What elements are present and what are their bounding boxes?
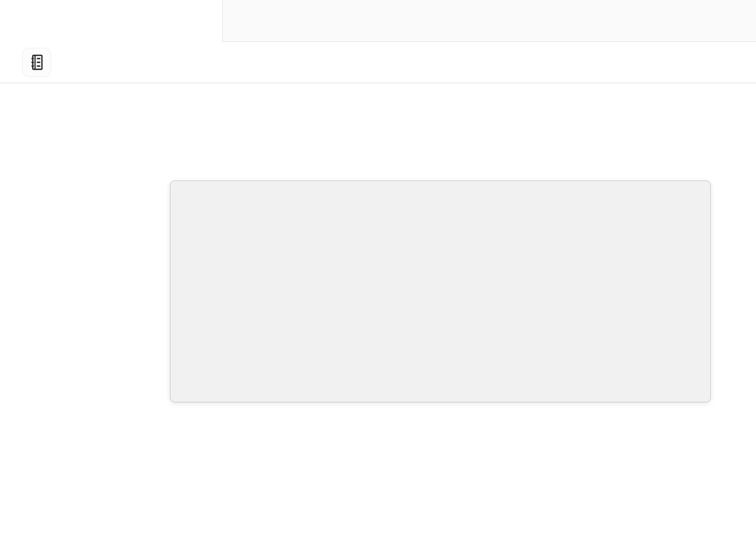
column-info-table: [170, 181, 710, 184]
code-editor[interactable]: [0, 84, 756, 534]
breadcrumb-row: [0, 42, 756, 83]
line-number-gutter: [0, 84, 58, 534]
tab-stg-flower-orders[interactable]: [0, 0, 222, 42]
file-actions-button[interactable]: [23, 48, 51, 76]
tab-bar-empty-space: [222, 0, 756, 42]
tab-bar: [0, 0, 756, 42]
notebook-icon: [28, 53, 45, 71]
ide-window: [0, 0, 756, 534]
column-info-popup: [170, 181, 711, 402]
